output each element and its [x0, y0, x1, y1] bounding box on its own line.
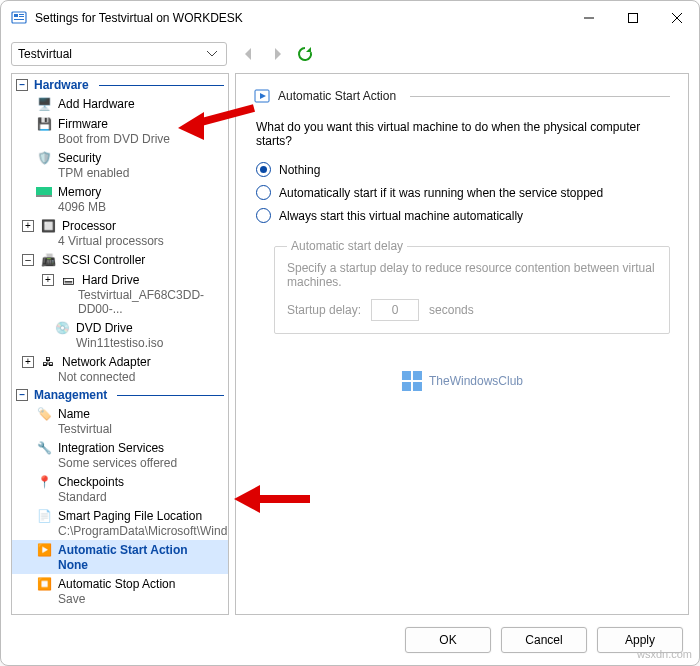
delay-legend: Automatic start delay	[287, 239, 407, 253]
window-buttons	[567, 1, 699, 35]
svg-rect-0	[12, 12, 26, 23]
ok-button[interactable]: OK	[405, 627, 491, 653]
hardware-header: – Hardware	[12, 76, 228, 94]
sidebar[interactable]: – Hardware 🖥️Add Hardware 💾Firmware Boot…	[11, 73, 229, 615]
sidebar-item-dvd[interactable]: 💿DVD Drive Win11testiso.iso	[12, 318, 228, 352]
minimize-button[interactable]	[567, 1, 611, 35]
radio-icon	[256, 185, 271, 200]
collapse-icon[interactable]: –	[16, 79, 28, 91]
nav-back-button[interactable]	[237, 42, 261, 66]
radio-icon	[256, 162, 271, 177]
integration-icon: 🔧	[36, 440, 52, 456]
vm-selected-label: Testvirtual	[18, 47, 72, 61]
radio-always-start[interactable]: Always start this virtual machine automa…	[254, 204, 670, 227]
sidebar-item-smartpaging[interactable]: 📄Smart Paging File Location C:\ProgramDa…	[12, 506, 228, 540]
toolbar: Testvirtual	[1, 35, 699, 73]
window-title: Settings for Testvirtual on WORKDESK	[35, 11, 567, 25]
expand-icon[interactable]: +	[22, 220, 34, 232]
delay-desc: Specify a startup delay to reduce resour…	[287, 261, 657, 289]
sidebar-item-memory[interactable]: Memory 4096 MB	[12, 182, 228, 216]
nav-forward-button[interactable]	[265, 42, 289, 66]
scsi-icon: 📠	[40, 252, 56, 268]
management-header: – Management	[12, 386, 228, 404]
sidebar-item-processor[interactable]: +🔲Processor 4 Virtual processors	[12, 216, 228, 250]
svg-rect-15	[413, 382, 422, 391]
checkpoint-icon: 📍	[36, 474, 52, 490]
settings-window: Settings for Testvirtual on WORKDESK Tes…	[0, 0, 700, 666]
svg-rect-10	[36, 195, 52, 197]
svg-rect-1	[14, 14, 18, 17]
collapse-icon[interactable]: –	[16, 389, 28, 401]
cancel-button[interactable]: Cancel	[501, 627, 587, 653]
sidebar-item-checkpoints[interactable]: 📍Checkpoints Standard	[12, 472, 228, 506]
svg-rect-12	[402, 371, 411, 380]
radio-icon	[256, 208, 271, 223]
svg-rect-9	[36, 187, 52, 195]
collapse-icon[interactable]: –	[22, 254, 34, 266]
sidebar-item-add-hardware[interactable]: 🖥️Add Hardware	[12, 94, 228, 114]
add-hardware-icon: 🖥️	[36, 96, 52, 112]
sidebar-item-network[interactable]: +🖧Network Adapter Not connected	[12, 352, 228, 386]
settings-icon	[11, 10, 27, 26]
svg-rect-3	[19, 16, 24, 17]
autostart-icon	[254, 88, 270, 104]
paging-icon: 📄	[36, 508, 52, 524]
name-icon: 🏷️	[36, 406, 52, 422]
pane-heading: Automatic Start Action	[254, 88, 670, 104]
radio-nothing[interactable]: Nothing	[254, 158, 670, 181]
sidebar-item-integration[interactable]: 🔧Integration Services Some services offe…	[12, 438, 228, 472]
expand-icon[interactable]: +	[42, 274, 54, 286]
sidebar-item-autostop[interactable]: ⏹️Automatic Stop Action Save	[12, 574, 228, 608]
svg-rect-2	[19, 14, 24, 15]
sidebar-item-firmware[interactable]: 💾Firmware Boot from DVD Drive	[12, 114, 228, 148]
svg-rect-13	[413, 371, 422, 380]
cpu-icon: 🔲	[40, 218, 56, 234]
network-icon: 🖧	[40, 354, 56, 370]
chevron-down-icon	[204, 46, 220, 62]
refresh-button[interactable]	[293, 42, 317, 66]
delay-label: Startup delay:	[287, 303, 361, 317]
memory-icon	[36, 184, 52, 200]
sidebar-item-autostart[interactable]: ▶️Automatic Start Action None	[12, 540, 228, 574]
svg-rect-6	[629, 14, 638, 23]
shield-icon: 🛡️	[36, 150, 52, 166]
pane-prompt: What do you want this virtual machine to…	[256, 120, 670, 148]
titlebar: Settings for Testvirtual on WORKDESK	[1, 1, 699, 35]
autostart-icon: ▶️	[36, 542, 52, 558]
startup-delay-group: Automatic start delay Specify a startup …	[274, 239, 670, 334]
sidebar-item-name[interactable]: 🏷️Name Testvirtual	[12, 404, 228, 438]
vm-selector[interactable]: Testvirtual	[11, 42, 227, 66]
harddrive-icon: 🖴	[60, 272, 76, 288]
svg-rect-14	[402, 382, 411, 391]
close-button[interactable]	[655, 1, 699, 35]
svg-rect-4	[14, 19, 24, 20]
dvd-icon: 💿	[54, 320, 70, 336]
sidebar-item-scsi[interactable]: –📠SCSI Controller	[12, 250, 228, 270]
delay-unit: seconds	[429, 303, 474, 317]
sidebar-item-hdd[interactable]: +🖴Hard Drive Testvirtual_AF68C3DD-DD00-.…	[12, 270, 228, 318]
firmware-icon: 💾	[36, 116, 52, 132]
watermark: TheWindowsClub	[401, 370, 523, 392]
body: – Hardware 🖥️Add Hardware 💾Firmware Boot…	[1, 73, 699, 615]
expand-icon[interactable]: +	[22, 356, 34, 368]
autostop-icon: ⏹️	[36, 576, 52, 592]
windows-logo-icon	[401, 370, 423, 392]
credit-text: wsxdn.com	[637, 648, 692, 660]
details-pane: Automatic Start Action What do you want …	[235, 73, 689, 615]
radio-auto-if-running[interactable]: Automatically start if it was running wh…	[254, 181, 670, 204]
sidebar-item-security[interactable]: 🛡️Security TPM enabled	[12, 148, 228, 182]
dialog-footer: OK Cancel Apply	[1, 615, 699, 665]
delay-input: 0	[371, 299, 419, 321]
maximize-button[interactable]	[611, 1, 655, 35]
